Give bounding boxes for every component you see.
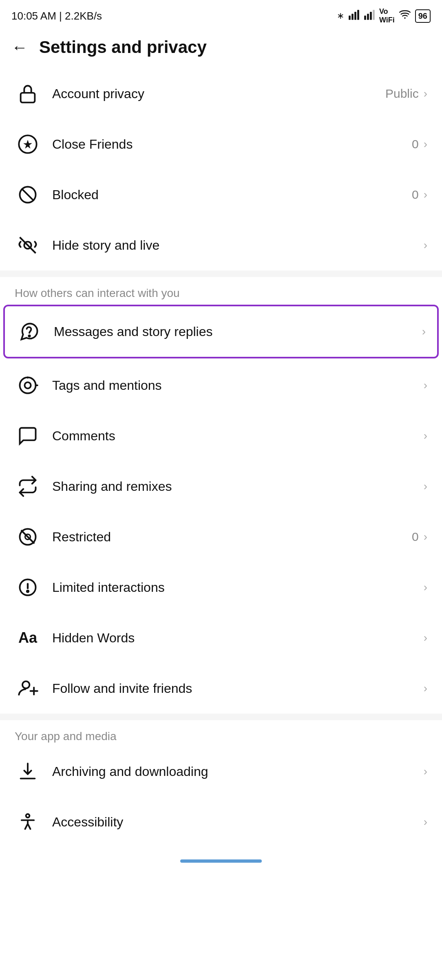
chevron-icon: ›	[422, 325, 426, 338]
svg-point-23	[22, 681, 29, 688]
lock-icon	[15, 81, 41, 107]
signal-icon-2	[364, 9, 375, 23]
svg-point-8	[404, 17, 406, 19]
svg-point-16	[24, 382, 31, 388]
menu-item-account-privacy[interactable]: Account privacy Public ›	[0, 68, 442, 119]
page-header: ← Settings and privacy	[0, 29, 442, 68]
menu-item-close-friends[interactable]: Close Friends 0 ›	[0, 119, 442, 169]
chevron-icon: ›	[424, 429, 427, 442]
section-divider-2	[0, 714, 442, 720]
status-bar: 10:05 AM | 2.2KB/s ∗ VoWiFi	[0, 0, 442, 29]
menu-item-limited-interactions[interactable]: Limited interactions ›	[0, 562, 442, 613]
status-time: 10:05 AM | 2.2KB/s	[11, 10, 102, 22]
restricted-icon	[15, 524, 41, 550]
hidden-words-icon: Aa	[15, 625, 41, 651]
blocked-label: Blocked	[52, 187, 412, 202]
menu-item-sharing-remixes[interactable]: Sharing and remixes ›	[0, 461, 442, 512]
hide-story-icon	[15, 232, 41, 258]
home-bar	[180, 859, 262, 863]
menu-item-archiving[interactable]: Archiving and downloading ›	[0, 746, 442, 797]
svg-rect-0	[349, 15, 351, 20]
hidden-words-label: Hidden Words	[52, 631, 424, 646]
chevron-icon: ›	[424, 631, 427, 644]
archiving-icon	[15, 758, 41, 784]
home-indicator	[0, 847, 442, 871]
menu-item-accessibility[interactable]: Accessibility ›	[0, 797, 442, 847]
comments-icon	[15, 423, 41, 449]
sharing-remixes-icon	[15, 473, 41, 499]
messages-icon	[16, 319, 42, 345]
bluetooth-icon: ∗	[337, 11, 344, 21]
back-button[interactable]: ←	[11, 38, 28, 57]
svg-point-14	[29, 335, 30, 336]
svg-rect-1	[351, 14, 354, 20]
close-friends-label: Close Friends	[52, 137, 412, 152]
chevron-icon: ›	[424, 765, 427, 778]
archiving-label: Archiving and downloading	[52, 764, 424, 779]
chevron-icon: ›	[424, 239, 427, 252]
chevron-icon: ›	[424, 581, 427, 594]
tags-mentions-icon	[15, 372, 41, 398]
battery-icon: 96	[415, 9, 431, 23]
limited-interactions-label: Limited interactions	[52, 580, 424, 595]
svg-point-22	[27, 591, 29, 592]
svg-line-18	[21, 530, 35, 544]
menu-item-hidden-words[interactable]: Aa Hidden Words ›	[0, 613, 442, 663]
svg-rect-2	[354, 12, 356, 20]
chevron-icon: ›	[424, 379, 427, 392]
menu-item-hide-story[interactable]: Hide story and live ›	[0, 220, 442, 270]
sharing-remixes-label: Sharing and remixes	[52, 479, 424, 494]
restricted-value: 0	[412, 530, 419, 544]
chevron-icon: ›	[424, 815, 427, 828]
limited-interactions-icon	[15, 574, 41, 600]
accessibility-label: Accessibility	[52, 815, 424, 830]
svg-rect-6	[370, 12, 372, 20]
menu-item-follow-invite[interactable]: Follow and invite friends ›	[0, 663, 442, 714]
svg-rect-4	[364, 15, 366, 20]
svg-rect-3	[357, 10, 359, 20]
restricted-label: Restricted	[52, 530, 412, 545]
account-privacy-value: Public	[385, 87, 419, 101]
blocked-icon	[15, 182, 41, 208]
menu-item-blocked[interactable]: Blocked 0 ›	[0, 169, 442, 220]
chevron-icon: ›	[424, 188, 427, 201]
menu-item-restricted[interactable]: Restricted 0 ›	[0, 512, 442, 562]
chevron-icon: ›	[424, 682, 427, 695]
accessibility-icon	[15, 809, 41, 835]
blocked-value: 0	[412, 188, 419, 202]
close-friends-icon	[15, 131, 41, 157]
tags-mentions-label: Tags and mentions	[52, 378, 424, 393]
signal-icon	[348, 9, 360, 23]
chevron-icon: ›	[424, 87, 427, 100]
status-icons: ∗ VoWiFi	[337, 7, 431, 24]
section-divider	[0, 270, 442, 277]
interact-section-label: How others can interact with you	[0, 277, 442, 303]
svg-rect-9	[21, 93, 35, 103]
menu-item-comments[interactable]: Comments ›	[0, 411, 442, 461]
follow-invite-icon	[15, 675, 41, 701]
svg-rect-5	[367, 14, 369, 20]
comments-label: Comments	[52, 428, 424, 444]
menu-item-messages-story-replies[interactable]: Messages and story replies ›	[3, 305, 439, 358]
menu-item-tags-mentions[interactable]: Tags and mentions ›	[0, 360, 442, 411]
follow-invite-label: Follow and invite friends	[52, 681, 424, 696]
page-title: Settings and privacy	[39, 37, 207, 57]
chevron-icon: ›	[424, 480, 427, 493]
svg-point-15	[20, 378, 36, 393]
svg-line-12	[22, 189, 34, 201]
hide-story-label: Hide story and live	[52, 238, 419, 253]
chevron-icon: ›	[424, 530, 427, 543]
messages-story-replies-label: Messages and story replies	[54, 324, 422, 339]
account-privacy-label: Account privacy	[52, 86, 385, 101]
app-media-section-label: Your app and media	[0, 720, 442, 746]
vowifi-label: VoWiFi	[379, 7, 395, 24]
svg-point-26	[26, 814, 30, 818]
svg-rect-7	[373, 10, 375, 20]
chevron-icon: ›	[424, 138, 427, 151]
wifi-icon	[399, 9, 411, 23]
close-friends-value: 0	[412, 137, 419, 151]
